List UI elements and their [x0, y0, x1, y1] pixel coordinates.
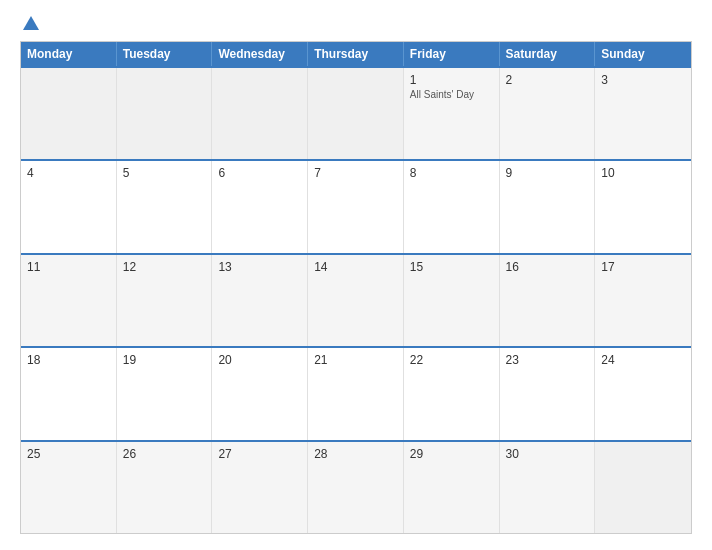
cal-cell: 16 — [500, 255, 596, 346]
logo — [20, 16, 39, 31]
cal-cell: 13 — [212, 255, 308, 346]
day-number: 12 — [123, 260, 206, 274]
page: MondayTuesdayWednesdayThursdayFridaySatu… — [0, 0, 712, 550]
cal-cell: 4 — [21, 161, 117, 252]
cal-cell: 2 — [500, 68, 596, 159]
calendar: MondayTuesdayWednesdayThursdayFridaySatu… — [20, 41, 692, 534]
logo-blue-text — [20, 16, 39, 31]
cal-cell: 10 — [595, 161, 691, 252]
cal-cell: 11 — [21, 255, 117, 346]
logo-triangle-icon — [23, 16, 39, 30]
day-number: 28 — [314, 447, 397, 461]
day-number: 24 — [601, 353, 685, 367]
day-number: 8 — [410, 166, 493, 180]
day-number: 11 — [27, 260, 110, 274]
header — [20, 16, 692, 31]
header-cell-friday: Friday — [404, 42, 500, 66]
day-number: 30 — [506, 447, 589, 461]
day-number: 25 — [27, 447, 110, 461]
day-number: 29 — [410, 447, 493, 461]
cal-cell: 15 — [404, 255, 500, 346]
day-number: 27 — [218, 447, 301, 461]
header-cell-tuesday: Tuesday — [117, 42, 213, 66]
header-cell-monday: Monday — [21, 42, 117, 66]
cal-cell — [212, 68, 308, 159]
day-number: 23 — [506, 353, 589, 367]
week-row-4: 252627282930 — [21, 440, 691, 533]
cal-cell: 25 — [21, 442, 117, 533]
day-number: 22 — [410, 353, 493, 367]
day-number: 7 — [314, 166, 397, 180]
day-number: 26 — [123, 447, 206, 461]
cal-cell: 19 — [117, 348, 213, 439]
week-row-2: 11121314151617 — [21, 253, 691, 346]
day-number: 20 — [218, 353, 301, 367]
cal-cell: 27 — [212, 442, 308, 533]
day-number: 17 — [601, 260, 685, 274]
cal-cell — [595, 442, 691, 533]
cal-cell: 28 — [308, 442, 404, 533]
day-number: 9 — [506, 166, 589, 180]
cal-cell: 23 — [500, 348, 596, 439]
cal-cell: 14 — [308, 255, 404, 346]
day-number: 19 — [123, 353, 206, 367]
calendar-body: 1All Saints' Day234567891011121314151617… — [21, 66, 691, 533]
cal-cell: 24 — [595, 348, 691, 439]
cal-cell — [117, 68, 213, 159]
cal-cell: 30 — [500, 442, 596, 533]
day-number: 10 — [601, 166, 685, 180]
calendar-header: MondayTuesdayWednesdayThursdayFridaySatu… — [21, 42, 691, 66]
cal-cell — [21, 68, 117, 159]
header-cell-saturday: Saturday — [500, 42, 596, 66]
day-number: 21 — [314, 353, 397, 367]
cal-cell: 8 — [404, 161, 500, 252]
day-number: 3 — [601, 73, 685, 87]
header-cell-wednesday: Wednesday — [212, 42, 308, 66]
cal-cell: 7 — [308, 161, 404, 252]
cal-cell: 9 — [500, 161, 596, 252]
day-number: 14 — [314, 260, 397, 274]
cal-cell: 12 — [117, 255, 213, 346]
day-number: 13 — [218, 260, 301, 274]
day-number: 2 — [506, 73, 589, 87]
cal-cell: 17 — [595, 255, 691, 346]
cal-cell: 22 — [404, 348, 500, 439]
holiday-label: All Saints' Day — [410, 89, 493, 100]
week-row-0: 1All Saints' Day23 — [21, 66, 691, 159]
cal-cell: 20 — [212, 348, 308, 439]
cal-cell — [308, 68, 404, 159]
cal-cell: 1All Saints' Day — [404, 68, 500, 159]
week-row-3: 18192021222324 — [21, 346, 691, 439]
cal-cell: 6 — [212, 161, 308, 252]
day-number: 18 — [27, 353, 110, 367]
cal-cell: 18 — [21, 348, 117, 439]
day-number: 16 — [506, 260, 589, 274]
cal-cell: 26 — [117, 442, 213, 533]
day-number: 5 — [123, 166, 206, 180]
header-cell-sunday: Sunday — [595, 42, 691, 66]
header-cell-thursday: Thursday — [308, 42, 404, 66]
day-number: 6 — [218, 166, 301, 180]
week-row-1: 45678910 — [21, 159, 691, 252]
cal-cell: 3 — [595, 68, 691, 159]
day-number: 1 — [410, 73, 493, 87]
day-number: 4 — [27, 166, 110, 180]
cal-cell: 29 — [404, 442, 500, 533]
day-number: 15 — [410, 260, 493, 274]
cal-cell: 5 — [117, 161, 213, 252]
cal-cell: 21 — [308, 348, 404, 439]
